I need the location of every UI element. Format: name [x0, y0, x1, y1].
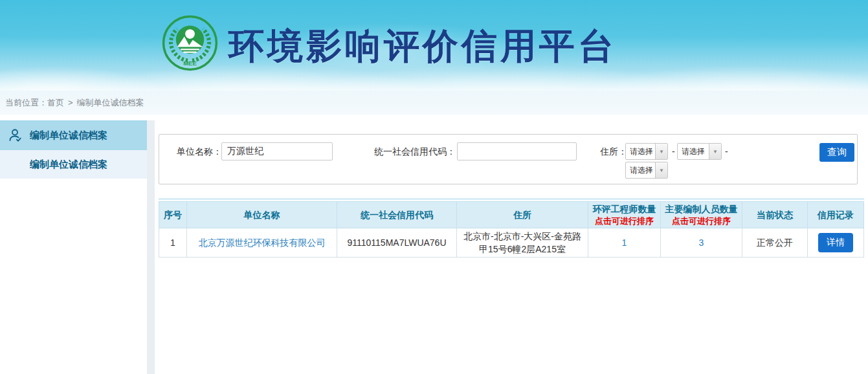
person-check-icon — [8, 127, 23, 143]
table-header-row: 序号 单位名称 统一社会信用代码 住所 环评工程师数量 点击可进行排序 主要编制… — [159, 202, 864, 228]
col-header-engineer-count-sort[interactable]: 环评工程师数量 点击可进行排序 — [588, 202, 661, 228]
query-button[interactable]: 查询 — [819, 143, 854, 162]
dropdown-arrow-icon: ▼ — [655, 144, 667, 159]
mee-logo-icon: MEE — [162, 15, 218, 71]
address-province-value: 请选择 — [626, 144, 655, 159]
dropdown-arrow-icon: ▼ — [709, 144, 721, 159]
address-city-select[interactable]: 请选择 ▼ — [677, 143, 722, 160]
site-header: MEE 环境影响评价信用平台 — [0, 0, 868, 91]
col-header-engineer-count-label: 环评工程师数量 — [593, 204, 656, 214]
dropdown-arrow-icon: ▼ — [655, 162, 667, 178]
address-district-value: 请选择 — [626, 162, 655, 178]
address-province-select[interactable]: 请选择 ▼ — [625, 143, 668, 160]
breadcrumb-home-link[interactable]: 首页 — [47, 98, 64, 107]
breadcrumb-prefix: 当前位置： — [5, 98, 47, 107]
sort-hint-text: 点击可进行排序 — [662, 215, 740, 227]
credit-code-input[interactable] — [457, 142, 577, 160]
table-row: 1 北京万源世纪环保科技有限公司 91110115MA7LWUA76U 北京市-… — [159, 228, 864, 258]
company-name-label: 单位名称： — [177, 142, 222, 160]
address-city-value: 请选择 — [678, 144, 709, 159]
company-name-link[interactable]: 北京万源世纪环保科技有限公司 — [199, 237, 326, 248]
svg-text:MEE: MEE — [183, 60, 197, 67]
company-name-input[interactable] — [221, 142, 333, 160]
col-header-address: 住所 — [457, 202, 588, 228]
search-panel: 单位名称： 统一社会信用代码： 住所： 请选择 ▼ - 请选择 ▼ - 请选择 … — [159, 134, 858, 184]
col-header-index: 序号 — [159, 202, 187, 228]
cell-credit-code: 91110115MA7LWUA76U — [337, 228, 457, 258]
col-header-staff-count-sort[interactable]: 主要编制人员数量 点击可进行排序 — [661, 202, 742, 228]
results-table: 序号 单位名称 统一社会信用代码 住所 环评工程师数量 点击可进行排序 主要编制… — [159, 198, 864, 258]
address-dash-1: - — [672, 142, 675, 160]
engineer-count-link[interactable]: 1 — [622, 237, 627, 248]
cell-index: 1 — [159, 228, 187, 258]
col-header-credit-code: 统一社会信用代码 — [337, 202, 457, 228]
sort-hint-text: 点击可进行排序 — [590, 215, 659, 227]
sidebar-subitem-credit-archive[interactable]: 编制单位诚信档案 — [0, 150, 147, 179]
sidebar-subitem-label: 编制单位诚信档案 — [30, 159, 107, 171]
sidebar-item-credit-archive[interactable]: 编制单位诚信档案 — [0, 120, 147, 150]
cell-status: 正常公开 — [742, 228, 808, 258]
table-top-border — [159, 198, 864, 200]
detail-button[interactable]: 详情 — [818, 233, 853, 252]
address-dash-2: - — [725, 142, 728, 160]
sidebar-content-divider — [147, 120, 155, 374]
credit-code-label: 统一社会信用代码： — [374, 142, 456, 160]
breadcrumb-current: 编制单位诚信档案 — [77, 98, 144, 107]
col-header-status: 当前状态 — [742, 202, 808, 228]
cell-address: 北京市-北京市-大兴区-金苑路甲15号6幢2层A215室 — [457, 228, 588, 258]
staff-count-link[interactable]: 3 — [699, 237, 704, 248]
page-title: 环境影响评价信用平台 — [228, 23, 617, 69]
col-header-company: 单位名称 — [187, 202, 337, 228]
address-district-select[interactable]: 请选择 ▼ — [625, 162, 668, 179]
col-header-credit-record: 信用记录 — [808, 202, 864, 228]
address-label: 住所： — [600, 142, 627, 160]
sidebar-item-label: 编制单位诚信档案 — [30, 129, 107, 142]
breadcrumb: 当前位置：首页>编制单位诚信档案 — [0, 91, 868, 115]
breadcrumb-separator: > — [68, 98, 73, 107]
col-header-staff-count-label: 主要编制人员数量 — [665, 204, 738, 214]
